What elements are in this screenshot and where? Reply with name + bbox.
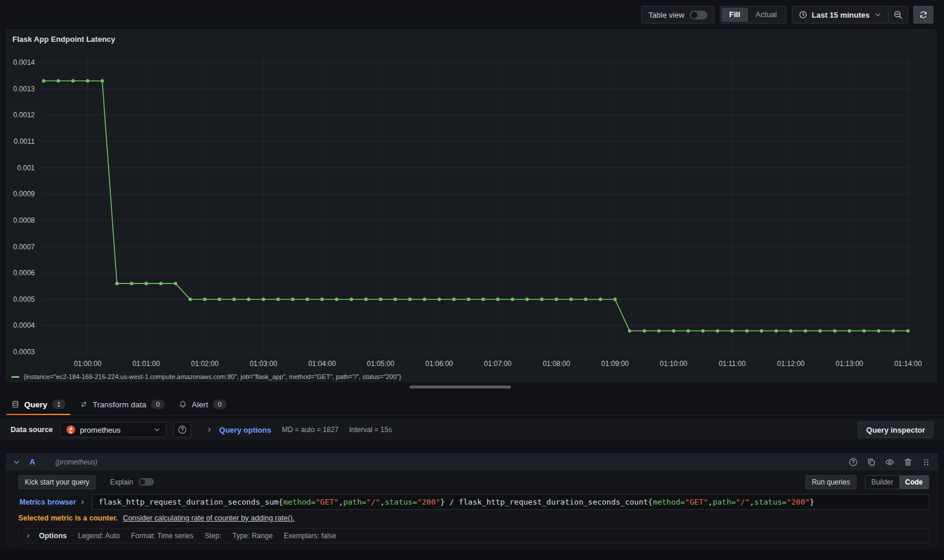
data-point <box>86 79 90 83</box>
datasource-picker[interactable]: prometheus <box>60 422 166 437</box>
data-point <box>364 298 368 301</box>
drag-handle-icon[interactable] <box>922 457 931 467</box>
data-point <box>540 298 543 301</box>
table-view-switch[interactable] <box>690 11 707 19</box>
x-tick-label: 01:02:00 <box>191 360 219 368</box>
datasource-help-button[interactable] <box>173 422 191 437</box>
promql-token: path= <box>713 498 736 506</box>
builder-button[interactable]: Builder <box>866 476 899 489</box>
tab-query-label: Query <box>24 400 47 409</box>
data-point <box>818 329 822 332</box>
refresh-button[interactable] <box>913 6 933 24</box>
data-point <box>730 329 734 332</box>
data-point <box>335 298 339 301</box>
add-rate-link[interactable]: Consider calculating rate of counter by … <box>123 514 294 522</box>
promql-token: "200" <box>417 498 440 506</box>
y-tick-label: 0.0003 <box>13 348 35 356</box>
tab-transform-label: Transform data <box>93 400 146 409</box>
data-point <box>232 298 236 301</box>
trash-icon[interactable] <box>903 457 913 467</box>
data-point <box>848 329 851 332</box>
options-label: Options <box>39 532 67 540</box>
series-line <box>44 81 908 331</box>
chevron-down-icon <box>874 11 881 18</box>
tab-transform-data[interactable]: Transform data 0 <box>73 394 171 415</box>
data-point <box>877 329 880 332</box>
promql-token: } / flask_http_request_duration_seconds_… <box>440 498 653 506</box>
promql-token: , <box>339 498 343 506</box>
data-point <box>438 298 441 301</box>
options-type: Type: Range <box>232 532 273 540</box>
collapse-chevron-icon[interactable] <box>13 459 20 466</box>
tab-alert-badge: 0 <box>213 400 227 409</box>
fill-button[interactable]: Fill <box>722 8 748 22</box>
query-inspector-button[interactable]: Query inspector <box>858 421 933 438</box>
data-point <box>306 298 309 301</box>
data-point <box>115 282 119 285</box>
chart-canvas[interactable]: 01:00:0001:01:0001:02:0001:03:0001:04:00… <box>6 48 936 371</box>
options-summary-row[interactable]: Options Legend: Auto Format: Time series… <box>18 528 929 543</box>
datasource-selected: prometheus <box>80 426 121 434</box>
actual-button[interactable]: Actual <box>748 8 785 22</box>
eye-icon[interactable] <box>885 457 894 467</box>
promql-code-editor[interactable]: flask_http_request_duration_seconds_sum{… <box>92 494 929 510</box>
data-point <box>716 329 719 332</box>
y-tick-label: 0.0006 <box>13 269 35 277</box>
x-tick-label: 01:06:00 <box>425 360 453 368</box>
horizontal-scrollbar-thumb[interactable] <box>409 386 511 388</box>
database-icon <box>11 400 19 409</box>
x-tick-label: 01:09:00 <box>601 360 629 368</box>
tab-transform-badge: 0 <box>151 400 165 409</box>
y-tick-label: 0.0004 <box>13 321 35 330</box>
data-point <box>657 329 661 332</box>
explain-label: Explain <box>110 478 133 486</box>
promql-token: "/" <box>366 498 380 506</box>
duplicate-query-icon[interactable] <box>867 457 876 467</box>
promql-token: path= <box>343 498 366 506</box>
data-point <box>188 298 192 301</box>
tab-query[interactable]: Query 1 <box>5 394 72 415</box>
refresh-icon <box>919 11 927 19</box>
data-point <box>423 298 427 301</box>
chevron-right-icon <box>25 533 31 539</box>
y-tick-label: 0.0013 <box>13 85 35 93</box>
bell-icon <box>179 400 187 409</box>
x-tick-label: 01:03:00 <box>250 360 277 368</box>
y-tick-label: 0.0005 <box>13 295 35 304</box>
query-help-icon[interactable] <box>848 457 858 467</box>
data-point <box>452 298 455 301</box>
data-point <box>262 298 266 301</box>
y-tick-label: 0.0014 <box>13 58 35 67</box>
data-point <box>291 298 294 301</box>
max-data-points-text: MD = auto = 1827 <box>282 426 339 434</box>
metrics-browser-button[interactable]: Metrics browser <box>18 494 92 510</box>
query-options-toggle[interactable]: Query options <box>206 426 271 434</box>
x-tick-label: 01:08:00 <box>543 360 571 368</box>
promql-token: flask_http_request_duration_seconds_sum{ <box>99 498 283 506</box>
zoom-out-button[interactable] <box>888 6 907 23</box>
query-datasource-hint: (prometheus) <box>55 458 97 466</box>
query-row-header: A (prometheus) <box>6 453 938 470</box>
explain-switch[interactable] <box>139 478 154 486</box>
data-point <box>745 329 749 332</box>
editor-tabs: Query 1 Transform data 0 Alert 0 <box>0 394 944 416</box>
kick-start-query-button[interactable]: Kick start your query <box>18 475 96 489</box>
transform-icon <box>80 400 88 409</box>
chevron-right-icon <box>80 499 86 505</box>
x-tick-label: 01:10:00 <box>660 360 687 368</box>
code-button[interactable]: Code <box>899 476 929 489</box>
datasource-label: Data source <box>11 426 53 434</box>
y-tick-label: 0.0008 <box>13 216 35 225</box>
y-tick-label: 0.001 <box>17 164 35 172</box>
data-point <box>350 298 353 301</box>
switch-knob <box>140 479 145 485</box>
tab-alert[interactable]: Alert 0 <box>172 394 233 415</box>
options-exemplars: Exemplars: false <box>284 532 336 540</box>
time-range-label: Last 15 minutes <box>812 11 870 19</box>
time-range-picker[interactable]: Last 15 minutes <box>792 6 888 23</box>
legend-series-label[interactable]: {instance="ec2-184-169-216-224.us-west-1… <box>24 373 401 380</box>
panel-title: Flask App Endpoint Latency <box>6 30 936 48</box>
promql-token: , <box>708 498 713 506</box>
run-queries-button[interactable]: Run queries <box>805 475 857 489</box>
y-tick-label: 0.0009 <box>13 190 35 198</box>
